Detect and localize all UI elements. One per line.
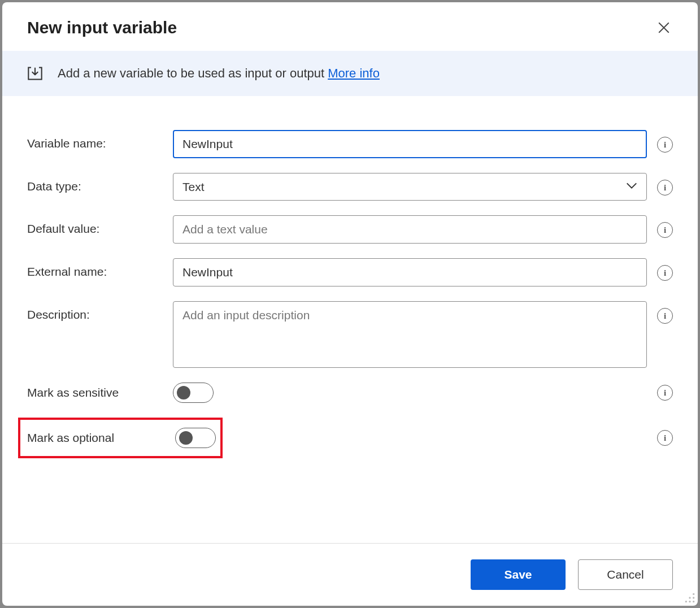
new-input-variable-dialog: New input variable Add a new variable to…: [2, 2, 698, 606]
dialog-footer: Save Cancel: [2, 543, 698, 606]
variable-name-label: Variable name:: [27, 130, 163, 150]
description-textarea[interactable]: [173, 301, 647, 368]
data-type-label: Data type:: [27, 173, 163, 193]
close-icon: [658, 22, 669, 33]
save-button[interactable]: Save: [471, 559, 566, 590]
resize-grip-icon[interactable]: [684, 592, 695, 603]
info-icon[interactable]: i: [657, 180, 673, 196]
external-name-input[interactable]: [173, 258, 647, 286]
svg-point-5: [685, 601, 687, 602]
mark-optional-highlight: Mark as optional: [18, 418, 223, 458]
svg-point-2: [693, 593, 694, 595]
info-icon[interactable]: i: [657, 137, 673, 153]
mark-optional-label: Mark as optional: [27, 431, 165, 445]
svg-point-6: [689, 601, 690, 602]
dialog-header: New input variable: [2, 2, 698, 51]
info-banner-text: Add a new variable to be used as input o…: [58, 66, 380, 81]
default-value-label: Default value:: [27, 215, 163, 236]
data-type-select[interactable]: Text: [173, 173, 647, 201]
mark-sensitive-label: Mark as sensitive: [27, 386, 163, 399]
toggle-knob: [179, 431, 193, 445]
form-body: Variable name: i Data type: Text i: [2, 96, 698, 543]
cancel-button[interactable]: Cancel: [578, 559, 673, 590]
dialog-title: New input variable: [27, 18, 177, 37]
svg-point-7: [693, 601, 694, 602]
info-icon[interactable]: i: [657, 385, 673, 401]
mark-sensitive-toggle[interactable]: [173, 383, 214, 403]
more-info-link[interactable]: More info: [328, 66, 380, 80]
default-value-input[interactable]: [173, 215, 647, 244]
variable-name-input[interactable]: [173, 130, 647, 158]
info-icon[interactable]: i: [657, 308, 673, 324]
info-icon[interactable]: i: [657, 222, 673, 238]
toggle-knob: [177, 386, 190, 399]
info-icon[interactable]: i: [657, 430, 673, 446]
external-name-label: External name:: [27, 258, 163, 279]
description-label: Description:: [27, 301, 163, 322]
variable-input-icon: [27, 66, 43, 81]
close-button[interactable]: [655, 19, 673, 37]
svg-point-3: [689, 597, 690, 598]
info-icon[interactable]: i: [657, 265, 673, 281]
svg-point-4: [693, 597, 694, 598]
mark-optional-toggle[interactable]: [175, 428, 216, 448]
info-banner: Add a new variable to be used as input o…: [2, 51, 698, 96]
